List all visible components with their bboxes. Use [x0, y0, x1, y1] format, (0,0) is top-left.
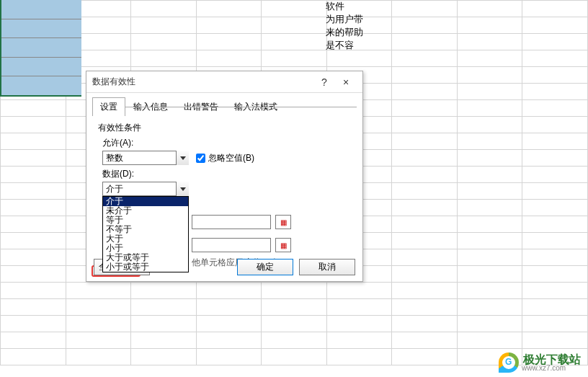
- data-dropdown-list: 介于 未介于 等于 不等于 大于 小于 大于或等于 小于或等于: [102, 196, 189, 272]
- close-button[interactable]: ×: [335, 76, 357, 88]
- minimum-input[interactable]: [192, 215, 271, 229]
- ok-button[interactable]: 确定: [237, 259, 293, 275]
- validity-conditions-label: 有效性条件: [98, 122, 351, 134]
- cell-text: 软件 为用户带 来的帮助 是不容: [326, 0, 363, 52]
- allow-label: 允许(A):: [102, 137, 351, 149]
- range-picker-icon[interactable]: ▦: [275, 215, 291, 229]
- dialog-title: 数据有效性: [92, 76, 313, 88]
- watermark-url: www.xz7.com: [522, 364, 581, 372]
- watermark-logo-icon: G: [499, 352, 519, 373]
- ignore-blank-checkbox-row[interactable]: 忽略空值(B): [196, 152, 254, 164]
- watermark: G 极光下载站 www.xz7.com: [499, 352, 581, 373]
- chevron-down-icon[interactable]: [176, 151, 189, 165]
- ignore-blank-label: 忽略空值(B): [208, 152, 254, 164]
- chevron-down-icon[interactable]: [176, 182, 189, 196]
- data-validation-dialog: 数据有效性 ? × 设置 输入信息 出错警告 输入法模式 有效性条件 允许(A)…: [86, 71, 363, 282]
- allow-combo[interactable]: 整数: [102, 151, 189, 165]
- cancel-button[interactable]: 取消: [299, 259, 355, 275]
- data-label: 数据(D):: [102, 168, 351, 180]
- ignore-blank-checkbox[interactable]: [196, 154, 205, 163]
- dialog-body: 有效性条件 允许(A): 整数 忽略空值(B) 数据(D): 介于 介于 未介于…: [86, 116, 362, 275]
- maximum-input[interactable]: [192, 238, 271, 252]
- range-picker-icon[interactable]: ▦: [275, 238, 291, 252]
- dropdown-option[interactable]: 小于或等于: [103, 262, 188, 272]
- help-button[interactable]: ?: [313, 76, 335, 88]
- tab-settings[interactable]: 设置: [92, 97, 125, 116]
- dialog-titlebar[interactable]: 数据有效性 ? ×: [86, 71, 362, 93]
- selected-cell-range[interactable]: [0, 0, 81, 97]
- data-combo[interactable]: 介于 介于 未介于 等于 不等于 大于 小于 大于或等于 小于或等于: [102, 182, 189, 196]
- tab-divider: [92, 107, 357, 107]
- dialog-tabs: 设置 输入信息 出错警告 输入法模式: [86, 93, 362, 116]
